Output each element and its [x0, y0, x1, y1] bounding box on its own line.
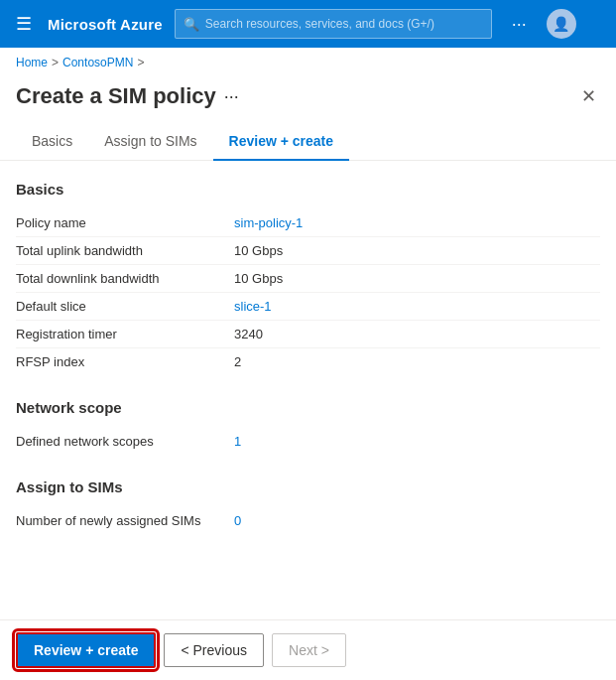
main-body: Home > ContosoPMN > Create a SIM policy … — [0, 48, 616, 680]
network-scope-section: Network scope Defined network scopes 1 — [16, 399, 600, 455]
breadcrumb-home[interactable]: Home — [16, 56, 48, 69]
search-bar[interactable]: 🔍 Search resources, services, and docs (… — [175, 9, 492, 39]
assign-sims-section: Assign to SIMs Number of newly assigned … — [16, 478, 600, 534]
table-row: Default slice slice-1 — [16, 293, 600, 321]
breadcrumb-sep2: > — [137, 56, 144, 69]
tab-assign-to-sims[interactable]: Assign to SIMs — [88, 123, 212, 161]
defined-scopes-label: Defined network scopes — [16, 434, 234, 449]
basics-section: Basics Policy name sim-policy-1 Total up… — [16, 181, 600, 375]
basics-table: Policy name sim-policy-1 Total uplink ba… — [16, 209, 600, 375]
reg-timer-label: Registration timer — [16, 327, 234, 341]
assigned-sims-label: Number of newly assigned SIMs — [16, 513, 234, 528]
rfsp-value: 2 — [234, 354, 600, 369]
downlink-bw-value: 10 Gbps — [234, 271, 600, 286]
table-row: Total downlink bandwidth 10 Gbps — [16, 265, 600, 293]
breadcrumb: Home > ContosoPMN > — [0, 48, 616, 77]
user-avatar[interactable]: 👤 — [547, 9, 576, 39]
policy-name-label: Policy name — [16, 215, 234, 230]
network-scope-table: Defined network scopes 1 — [16, 428, 600, 455]
content-area: Basics Policy name sim-policy-1 Total up… — [0, 161, 616, 578]
tab-review-create[interactable]: Review + create — [213, 123, 349, 161]
reg-timer-value: 3240 — [234, 327, 600, 341]
page-options-icon[interactable]: ··· — [224, 86, 239, 107]
tabs-container: Basics Assign to SIMs Review + create — [0, 123, 616, 161]
table-row: Defined network scopes 1 — [16, 428, 600, 455]
top-nav: ☰ Microsoft Azure 🔍 Search resources, se… — [0, 0, 616, 48]
nav-more-icon[interactable]: ··· — [504, 10, 535, 39]
tab-basics[interactable]: Basics — [16, 123, 88, 161]
assign-sims-table: Number of newly assigned SIMs 0 — [16, 507, 600, 534]
app-title: Microsoft Azure — [48, 16, 163, 33]
breadcrumb-sep1: > — [52, 56, 59, 69]
page-header: Create a SIM policy ··· ✕ — [0, 77, 616, 123]
footer: Review + create < Previous Next > — [0, 619, 616, 680]
assign-sims-title: Assign to SIMs — [16, 478, 600, 495]
table-row: Policy name sim-policy-1 — [16, 209, 600, 237]
assigned-sims-value[interactable]: 0 — [234, 513, 600, 528]
default-slice-value[interactable]: slice-1 — [234, 299, 600, 314]
search-placeholder: Search resources, services, and docs (G+… — [205, 17, 434, 31]
table-row: Registration timer 3240 — [16, 321, 600, 348]
scrollable-content: Home > ContosoPMN > Create a SIM policy … — [0, 48, 616, 623]
uplink-bw-label: Total uplink bandwidth — [16, 243, 234, 258]
breadcrumb-pmn[interactable]: ContosoPMN — [62, 56, 133, 69]
rfsp-label: RFSP index — [16, 354, 234, 369]
page-title: Create a SIM policy — [16, 83, 216, 109]
default-slice-label: Default slice — [16, 299, 234, 314]
network-scope-title: Network scope — [16, 399, 600, 416]
previous-button[interactable]: < Previous — [164, 633, 264, 667]
hamburger-icon[interactable]: ☰ — [12, 9, 36, 39]
policy-name-value[interactable]: sim-policy-1 — [234, 215, 600, 230]
table-row: Number of newly assigned SIMs 0 — [16, 507, 600, 534]
table-row: RFSP index 2 — [16, 348, 600, 375]
search-icon: 🔍 — [184, 17, 199, 32]
table-row: Total uplink bandwidth 10 Gbps — [16, 237, 600, 265]
avatar-icon: 👤 — [553, 16, 569, 32]
page-title-row: Create a SIM policy ··· — [16, 83, 239, 109]
review-create-button[interactable]: Review + create — [16, 632, 156, 668]
defined-scopes-value[interactable]: 1 — [234, 434, 600, 449]
uplink-bw-value: 10 Gbps — [234, 243, 600, 258]
next-button: Next > — [272, 633, 346, 667]
close-button[interactable]: ✕ — [577, 81, 600, 111]
basics-section-title: Basics — [16, 181, 600, 198]
downlink-bw-label: Total downlink bandwidth — [16, 271, 234, 286]
